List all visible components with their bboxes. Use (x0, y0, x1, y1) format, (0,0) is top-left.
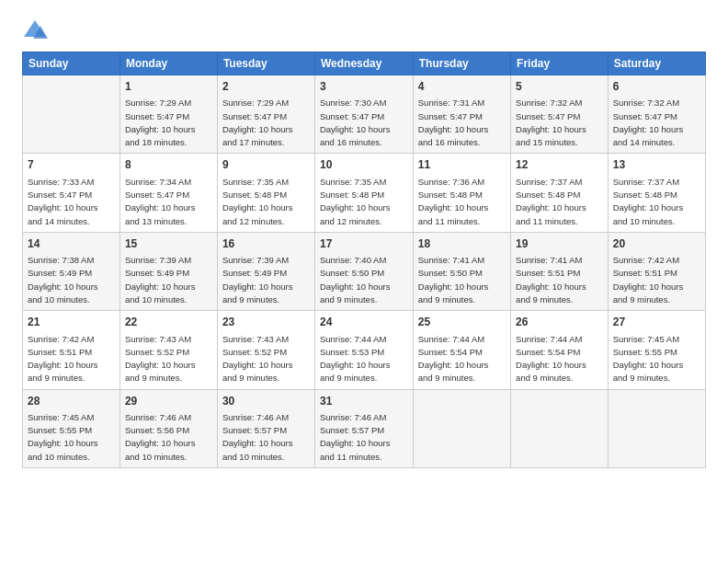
day-number: 22 (125, 315, 212, 330)
header (22, 18, 706, 40)
calendar-cell: 17Sunrise: 7:40 AM Sunset: 5:50 PM Dayli… (314, 232, 413, 310)
day-number: 20 (613, 236, 700, 252)
day-info: Sunrise: 7:30 AM Sunset: 5:47 PM Dayligh… (320, 97, 408, 149)
day-info: Sunrise: 7:39 AM Sunset: 5:49 PM Dayligh… (125, 254, 212, 306)
day-number: 9 (222, 157, 310, 173)
calendar-cell: 15Sunrise: 7:39 AM Sunset: 5:49 PM Dayli… (119, 232, 217, 310)
day-number: 25 (418, 315, 506, 330)
calendar-cell: 1Sunrise: 7:29 AM Sunset: 5:47 PM Daylig… (119, 75, 217, 154)
day-number: 29 (125, 394, 212, 409)
calendar-cell: 25Sunrise: 7:44 AM Sunset: 5:54 PM Dayli… (413, 311, 510, 389)
day-number: 26 (516, 315, 603, 330)
day-info: Sunrise: 7:29 AM Sunset: 5:47 PM Dayligh… (125, 97, 212, 149)
calendar-cell: 19Sunrise: 7:41 AM Sunset: 5:51 PM Dayli… (511, 232, 609, 310)
calendar-cell: 29Sunrise: 7:46 AM Sunset: 5:56 PM Dayli… (119, 389, 217, 467)
day-number: 28 (28, 394, 115, 409)
column-header-monday: Monday (119, 52, 217, 75)
day-info: Sunrise: 7:42 AM Sunset: 5:51 PM Dayligh… (613, 254, 700, 306)
day-number: 10 (320, 157, 408, 173)
day-number: 4 (418, 79, 506, 95)
calendar-cell: 8Sunrise: 7:34 AM Sunset: 5:47 PM Daylig… (119, 154, 217, 232)
day-info: Sunrise: 7:32 AM Sunset: 5:47 PM Dayligh… (516, 97, 603, 149)
calendar-table: SundayMondayTuesdayWednesdayThursdayFrid… (22, 52, 706, 468)
calendar-cell: 28Sunrise: 7:45 AM Sunset: 5:55 PM Dayli… (23, 389, 120, 467)
calendar-cell: 11Sunrise: 7:36 AM Sunset: 5:48 PM Dayli… (413, 154, 510, 232)
calendar-cell: 12Sunrise: 7:37 AM Sunset: 5:48 PM Dayli… (511, 154, 609, 232)
day-number: 21 (28, 315, 115, 330)
day-info: Sunrise: 7:34 AM Sunset: 5:47 PM Dayligh… (125, 176, 212, 228)
day-info: Sunrise: 7:36 AM Sunset: 5:48 PM Dayligh… (418, 176, 506, 228)
day-number: 23 (222, 315, 310, 330)
calendar-cell: 20Sunrise: 7:42 AM Sunset: 5:51 PM Dayli… (608, 232, 705, 310)
calendar-cell: 16Sunrise: 7:39 AM Sunset: 5:49 PM Dayli… (217, 232, 314, 310)
day-number: 8 (125, 157, 212, 173)
day-number: 5 (516, 79, 603, 95)
day-number: 13 (613, 157, 700, 173)
calendar-cell: 21Sunrise: 7:42 AM Sunset: 5:51 PM Dayli… (23, 311, 120, 389)
column-header-thursday: Thursday (413, 52, 510, 75)
calendar-cell: 27Sunrise: 7:45 AM Sunset: 5:55 PM Dayli… (608, 311, 705, 389)
day-number: 11 (418, 157, 506, 173)
calendar-cell: 14Sunrise: 7:38 AM Sunset: 5:49 PM Dayli… (23, 232, 120, 310)
day-info: Sunrise: 7:43 AM Sunset: 5:52 PM Dayligh… (222, 333, 310, 385)
day-info: Sunrise: 7:42 AM Sunset: 5:51 PM Dayligh… (28, 333, 115, 385)
day-info: Sunrise: 7:43 AM Sunset: 5:52 PM Dayligh… (125, 333, 212, 385)
logo-icon (22, 18, 48, 40)
day-number: 19 (516, 236, 603, 252)
column-header-saturday: Saturday (608, 52, 705, 75)
column-header-wednesday: Wednesday (314, 52, 413, 75)
calendar-cell: 10Sunrise: 7:35 AM Sunset: 5:48 PM Dayli… (314, 154, 413, 232)
day-info: Sunrise: 7:45 AM Sunset: 5:55 PM Dayligh… (28, 411, 115, 464)
calendar-cell: 13Sunrise: 7:37 AM Sunset: 5:48 PM Dayli… (608, 154, 705, 232)
day-number: 15 (125, 236, 212, 252)
calendar-cell: 24Sunrise: 7:44 AM Sunset: 5:53 PM Dayli… (314, 311, 413, 389)
day-number: 1 (125, 79, 212, 95)
day-info: Sunrise: 7:31 AM Sunset: 5:47 PM Dayligh… (418, 97, 506, 149)
calendar-cell: 22Sunrise: 7:43 AM Sunset: 5:52 PM Dayli… (119, 311, 217, 389)
day-number: 17 (320, 236, 408, 252)
day-info: Sunrise: 7:40 AM Sunset: 5:50 PM Dayligh… (320, 254, 408, 306)
day-info: Sunrise: 7:45 AM Sunset: 5:55 PM Dayligh… (613, 333, 700, 385)
calendar-cell: 2Sunrise: 7:29 AM Sunset: 5:47 PM Daylig… (217, 75, 314, 154)
day-number: 2 (222, 79, 310, 95)
column-header-tuesday: Tuesday (217, 52, 314, 75)
calendar-cell (413, 389, 510, 467)
day-info: Sunrise: 7:33 AM Sunset: 5:47 PM Dayligh… (28, 176, 115, 228)
calendar-cell: 5Sunrise: 7:32 AM Sunset: 5:47 PM Daylig… (511, 75, 609, 154)
calendar-cell: 18Sunrise: 7:41 AM Sunset: 5:50 PM Dayli… (413, 232, 510, 310)
calendar-cell (608, 389, 705, 467)
calendar-cell: 26Sunrise: 7:44 AM Sunset: 5:54 PM Dayli… (511, 311, 609, 389)
day-number: 14 (28, 236, 115, 252)
day-number: 6 (613, 79, 700, 95)
calendar-cell: 23Sunrise: 7:43 AM Sunset: 5:52 PM Dayli… (217, 311, 314, 389)
day-number: 27 (613, 315, 700, 330)
day-info: Sunrise: 7:41 AM Sunset: 5:50 PM Dayligh… (418, 254, 506, 306)
day-info: Sunrise: 7:41 AM Sunset: 5:51 PM Dayligh… (516, 254, 603, 306)
calendar-cell: 4Sunrise: 7:31 AM Sunset: 5:47 PM Daylig… (413, 75, 510, 154)
day-info: Sunrise: 7:46 AM Sunset: 5:56 PM Dayligh… (125, 411, 212, 464)
day-number: 31 (320, 394, 408, 409)
calendar-cell: 31Sunrise: 7:46 AM Sunset: 5:57 PM Dayli… (314, 389, 413, 467)
day-info: Sunrise: 7:32 AM Sunset: 5:47 PM Dayligh… (613, 97, 700, 149)
calendar-cell: 6Sunrise: 7:32 AM Sunset: 5:47 PM Daylig… (608, 75, 705, 154)
calendar-cell (23, 75, 120, 154)
column-header-friday: Friday (511, 52, 609, 75)
day-info: Sunrise: 7:46 AM Sunset: 5:57 PM Dayligh… (320, 411, 408, 464)
day-info: Sunrise: 7:35 AM Sunset: 5:48 PM Dayligh… (320, 176, 408, 228)
logo (22, 18, 51, 40)
day-info: Sunrise: 7:38 AM Sunset: 5:49 PM Dayligh… (28, 254, 115, 306)
day-info: Sunrise: 7:44 AM Sunset: 5:54 PM Dayligh… (516, 333, 603, 385)
day-info: Sunrise: 7:37 AM Sunset: 5:48 PM Dayligh… (613, 176, 700, 228)
day-number: 3 (320, 79, 408, 95)
day-info: Sunrise: 7:44 AM Sunset: 5:53 PM Dayligh… (320, 333, 408, 385)
calendar-cell: 9Sunrise: 7:35 AM Sunset: 5:48 PM Daylig… (217, 154, 314, 232)
day-info: Sunrise: 7:29 AM Sunset: 5:47 PM Dayligh… (222, 97, 310, 149)
calendar-cell: 30Sunrise: 7:46 AM Sunset: 5:57 PM Dayli… (217, 389, 314, 467)
day-info: Sunrise: 7:46 AM Sunset: 5:57 PM Dayligh… (222, 411, 310, 464)
day-info: Sunrise: 7:35 AM Sunset: 5:48 PM Dayligh… (222, 176, 310, 228)
calendar-cell: 3Sunrise: 7:30 AM Sunset: 5:47 PM Daylig… (314, 75, 413, 154)
day-number: 30 (222, 394, 310, 409)
calendar-cell (511, 389, 609, 467)
day-number: 12 (516, 157, 603, 173)
day-number: 7 (28, 157, 115, 173)
